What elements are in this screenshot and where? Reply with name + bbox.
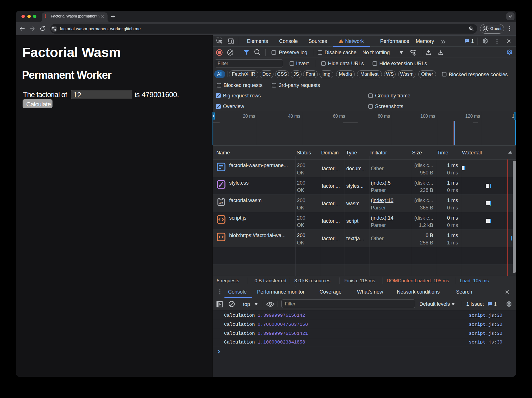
svg-text:WA: WA <box>219 202 224 205</box>
